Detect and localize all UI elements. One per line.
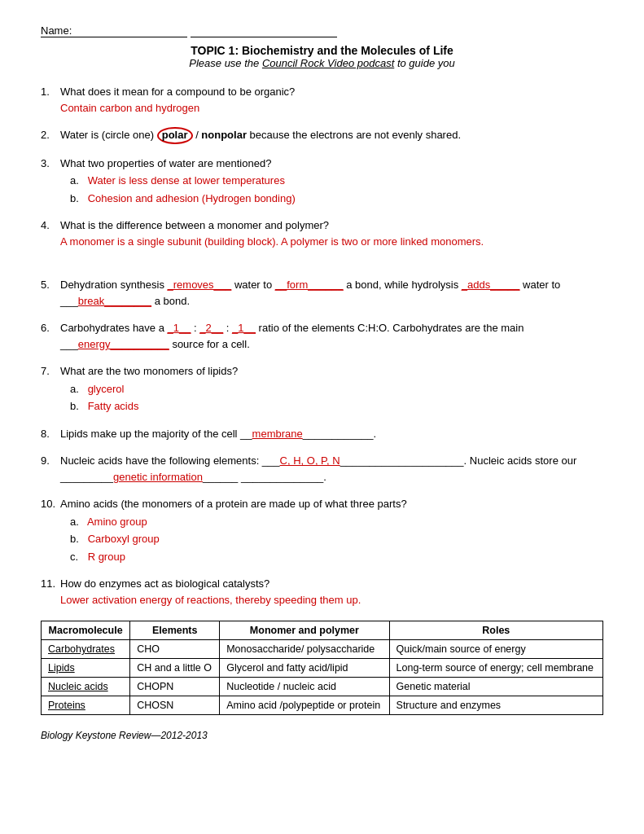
- page-subtitle: Please use the Council Rock Video podcas…: [41, 57, 603, 69]
- question-3: 3. What two properties of water are ment…: [41, 156, 603, 207]
- q9-num: 9.: [41, 453, 57, 485]
- q3-num: 3.: [41, 156, 57, 172]
- question-4: 4. What is the difference between a mono…: [41, 217, 603, 249]
- macro-cell: Carbohydrates: [42, 640, 130, 659]
- q2-num: 2.: [41, 127, 57, 144]
- col-header-macro: Macromolecule: [42, 621, 130, 640]
- question-7: 7. What are the two monomers of lipids? …: [41, 363, 603, 415]
- table-row: Carbohydrates CHO Monosaccharide/ polysa…: [42, 640, 603, 659]
- q7-b-answer: Fatty acids: [88, 400, 139, 412]
- q3-sublist: a. Water is less dense at lower temperat…: [41, 173, 603, 206]
- elements-cell: CHOPN: [130, 678, 220, 696]
- list-item: c. R group: [70, 549, 603, 565]
- q1-answer: Contain carbon and hydrogen: [60, 102, 199, 114]
- macro-cell: Lipids: [42, 659, 130, 678]
- name-field: [191, 24, 337, 37]
- q1-num: 1.: [41, 84, 57, 100]
- q10-c-answer: R group: [88, 551, 125, 563]
- page-title: TOPIC 1: Biochemistry and the Molecules …: [41, 44, 603, 57]
- list-item: a. Water is less dense at lower temperat…: [70, 173, 603, 189]
- q11-num: 11.: [41, 576, 57, 592]
- questions-section: 1. What does it mean for a compound to b…: [41, 84, 603, 608]
- q6-num: 6.: [41, 320, 57, 352]
- list-item: a. glycerol: [70, 381, 603, 397]
- q3-text: What two properties of water are mention…: [60, 156, 271, 172]
- question-1: 1. What does it mean for a compound to b…: [41, 84, 603, 116]
- list-item: a. Amino group: [70, 514, 603, 530]
- q4-num: 4.: [41, 217, 57, 234]
- name-label: Name:: [41, 24, 187, 37]
- elements-cell: CHOSN: [130, 696, 220, 715]
- roles-cell: Long-term source of energy; cell membran…: [389, 659, 602, 678]
- q10-a-answer: Amino group: [87, 516, 147, 528]
- col-header-elements: Elements: [130, 621, 220, 640]
- q8-text: Lipids make up the majority of the cell …: [60, 426, 376, 442]
- q1-text: What does it mean for a compound to be o…: [60, 84, 295, 100]
- q10-text: Amino acids (the monomers of a protein a…: [60, 496, 407, 512]
- roles-cell: Quick/main source of energy: [389, 640, 602, 659]
- col-header-monomer: Monomer and polymer: [220, 621, 389, 640]
- question-6: 6. Carbohydrates have a _1__ : _2__ : _1…: [41, 320, 603, 352]
- q4-answer: A monomer is a single subunit (building …: [60, 235, 484, 248]
- macromolecule-table: Macromolecule Elements Monomer and polym…: [41, 621, 603, 715]
- monomer-cell: Nucleotide / nucleic acid: [220, 678, 389, 696]
- q10-b-answer: Carboxyl group: [88, 533, 160, 545]
- q7-num: 7.: [41, 363, 57, 380]
- question-2: 2. Water is (circle one) polar / nonpola…: [41, 127, 603, 144]
- q3-a-answer: Water is less dense at lower temperature…: [88, 174, 285, 187]
- q5-text: Dehydration synthesis _removes___ water …: [60, 277, 603, 309]
- table-row: Nucleic acids CHOPN Nucleotide / nucleic…: [42, 678, 603, 696]
- page-header: TOPIC 1: Biochemistry and the Molecules …: [41, 44, 603, 69]
- q7-sublist: a. glycerol b. Fatty acids: [41, 381, 603, 415]
- roles-cell: Structure and enzymes: [389, 696, 602, 715]
- q5-num: 5.: [41, 277, 57, 309]
- macro-cell: Nucleic acids: [42, 678, 130, 696]
- macro-cell: Proteins: [42, 696, 130, 715]
- q3-b-answer: Cohesion and adhesion (Hydrogen bonding): [88, 192, 296, 204]
- question-8: 8. Lipids make up the majority of the ce…: [41, 426, 603, 442]
- question-9: 9. Nucleic acids have the following elem…: [41, 453, 603, 485]
- q6-text: Carbohydrates have a _1__ : _2__ : _1__ …: [60, 320, 603, 352]
- q10-sublist: a. Amino group b. Carboxyl group c. R gr…: [41, 514, 603, 565]
- monomer-cell: Glycerol and fatty acid/lipid: [220, 659, 389, 678]
- q10-num: 10.: [41, 496, 57, 512]
- roles-cell: Genetic material: [389, 678, 602, 696]
- polar-circled: polar: [157, 127, 193, 144]
- col-header-roles: Roles: [389, 621, 602, 640]
- q9-text: Nucleic acids have the following element…: [60, 453, 603, 485]
- table-row: Lipids CH and a little O Glycerol and fa…: [42, 659, 603, 678]
- elements-cell: CH and a little O: [130, 659, 220, 678]
- table-row: Proteins CHOSN Amino acid /polypeptide o…: [42, 696, 603, 715]
- q7-a-answer: glycerol: [88, 383, 125, 395]
- q4-text: What is the difference between a monomer…: [60, 217, 329, 234]
- q11-text: How do enzymes act as biological catalys…: [60, 576, 269, 592]
- question-10: 10. Amino acids (the monomers of a prote…: [41, 496, 603, 564]
- monomer-cell: Monosaccharide/ polysaccharide: [220, 640, 389, 659]
- q2-text: Water is (circle one) polar / nonpolar b…: [60, 127, 461, 144]
- question-5: 5. Dehydration synthesis _removes___ wat…: [41, 277, 603, 309]
- q7-text: What are the two monomers of lipids?: [60, 363, 238, 380]
- elements-cell: CHO: [130, 640, 220, 659]
- question-11: 11. How do enzymes act as biological cat…: [41, 576, 603, 608]
- list-item: b. Cohesion and adhesion (Hydrogen bondi…: [70, 191, 603, 207]
- name-line: Name:: [41, 24, 603, 37]
- list-item: b. Carboxyl group: [70, 531, 603, 547]
- q11-answer: Lower activation energy of reactions, th…: [60, 594, 361, 606]
- monomer-cell: Amino acid /polypeptide or protein: [220, 696, 389, 715]
- list-item: b. Fatty acids: [70, 398, 603, 415]
- page-footer: Biology Keystone Review—2012-2013: [41, 730, 603, 741]
- q8-num: 8.: [41, 426, 57, 442]
